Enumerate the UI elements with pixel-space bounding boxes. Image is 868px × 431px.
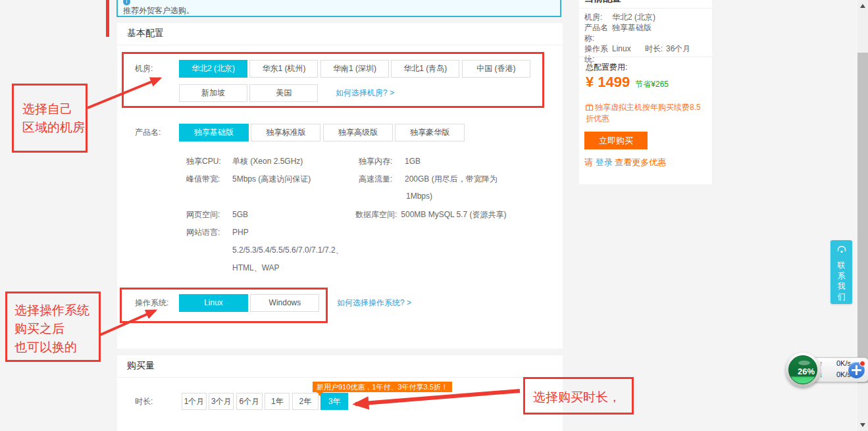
price-row: ¥ 1499节省¥265: [586, 74, 669, 91]
notice-box: i 推荐外贸客户选购。: [116, 0, 561, 17]
upload-speed: 0K/s: [827, 359, 851, 367]
total-price: ¥ 1499: [586, 74, 630, 90]
os-help-link[interactable]: 如何选择操作系统? >: [337, 294, 411, 312]
upload-speed-row: ↑0K/s: [819, 359, 851, 367]
spec-bandwidth: 峰值带宽:5Mbps (高速访问保证): [186, 174, 311, 185]
annotation-note-os: 选择操作系统 购买之后 也可以换的: [5, 292, 101, 362]
summary-title: 当前配置: [584, 0, 621, 5]
purchase-card: 购买量 新用户910优惠，1年付、3年付享3.5折！ 时长: 1个月 3个月 6…: [117, 355, 563, 431]
spec-traffic: 高速流量:200GB (用尽后，带宽降为: [359, 174, 498, 185]
duration-label: 时长:: [135, 393, 153, 410]
summary-row-product: 产品名称:独享基础版: [584, 22, 708, 43]
summary-row-room: 机房:华北2 (北京): [584, 12, 708, 22]
config-summary-panel: 当前配置 机房:华北2 (北京) 产品名称:独享基础版 操作系统:Linux 时…: [579, 0, 712, 184]
purchase-page: i 推荐外贸客户选购。 基本配置 机房: 华北2 (北京) 华东1 (杭州) 华…: [0, 0, 868, 431]
annotation-box-room-highlight: [122, 52, 544, 108]
spec-memory: 独享内存:1GB: [359, 156, 421, 167]
duration-1year[interactable]: 1年: [265, 393, 290, 410]
contact-us-label: 联系我们: [837, 260, 846, 302]
annotation-box-os-highlight: [120, 288, 328, 323]
divider: [117, 377, 563, 378]
progress-circle: 26%: [788, 355, 817, 384]
total-fee-label: 总配置费用:: [586, 62, 627, 73]
login-link[interactable]: 登录: [596, 157, 613, 167]
info-icon: i: [123, 0, 130, 5]
contact-us-tab[interactable]: 联系我们: [830, 240, 852, 304]
spec-database: 数据库空间:500MB MySQL 5.7 (资源共享): [355, 209, 507, 220]
spec-language: 网站语言:PHP: [186, 227, 249, 238]
headset-icon: [836, 245, 847, 254]
spec-webspace: 网页空间:5GB: [186, 209, 248, 220]
scroll-up-arrow[interactable]: [860, 4, 865, 8]
savings-badge: 节省¥265: [635, 80, 669, 89]
duration-1month[interactable]: 1个月: [182, 393, 207, 410]
product-label: 产品名:: [135, 124, 161, 141]
scrollbar-thumb[interactable]: [857, 53, 868, 383]
download-speed: 0K/s: [827, 370, 851, 378]
scroll-down-arrow[interactable]: [860, 423, 865, 427]
duration-6month[interactable]: 6个月: [236, 393, 263, 410]
divider: [579, 57, 712, 57]
summary-row-duration: 时长:36个月: [645, 43, 690, 64]
spec-traffic-cont: 1Mbps): [406, 191, 432, 201]
download-speed-row: ↓0K/s: [819, 370, 851, 378]
renewal-promo: 独享虚拟主机按年购买续费8.5折优惠: [586, 102, 707, 124]
plus-icon: [852, 369, 861, 371]
product-options: 独享基础版 独享标准版 独享高级版 独享豪华版: [180, 124, 465, 141]
login-line: 请 登录 查看更多优惠: [584, 157, 666, 168]
duration-options: 1个月 3个月 6个月 1年 2年 3年: [182, 393, 348, 410]
buy-now-button[interactable]: 立即购买: [584, 132, 648, 149]
add-download-button[interactable]: [848, 362, 865, 378]
more-offers-link[interactable]: 查看更多优惠: [613, 157, 667, 167]
download-progress-badge[interactable]: 26%: [786, 353, 820, 387]
product-option-advanced[interactable]: 独享高级版: [323, 124, 393, 141]
product-option-deluxe[interactable]: 独享豪华版: [395, 124, 465, 141]
spec-language-versions: 5.2/5.3/5.4/5.5/5.6/7.0/7.1/7.2、: [232, 245, 344, 256]
annotation-note-room: 选择自己 区域的机房: [12, 84, 88, 153]
spec-language-html: HTML、WAP: [232, 263, 280, 274]
promo-banner: 新用户910优惠，1年付、3年付享3.5折！: [313, 382, 452, 392]
spec-cpu: 独享CPU:单核 (Xeon 2.5GHz): [186, 156, 303, 167]
notice-text: 推荐外贸客户选购。: [123, 5, 194, 16]
duration-2year[interactable]: 2年: [292, 393, 319, 410]
product-option-standard[interactable]: 独享标准版: [251, 124, 320, 141]
basic-config-title: 基本配置: [127, 28, 164, 39]
gift-icon: [586, 103, 593, 111]
glare-highlight: [798, 361, 810, 365]
product-option-basic[interactable]: 独享基础版: [179, 124, 249, 141]
divider: [117, 45, 563, 45]
divider: [579, 8, 712, 9]
progress-percent: 26%: [789, 367, 823, 376]
duration-3month[interactable]: 3个月: [209, 393, 234, 410]
duration-3year[interactable]: 3年: [320, 393, 348, 410]
annotation-red-line: [106, 0, 109, 37]
notification-dot: [859, 361, 865, 367]
annotation-note-duration: 选择购买时长，: [523, 377, 634, 415]
purchase-title: 购买量: [127, 360, 155, 372]
